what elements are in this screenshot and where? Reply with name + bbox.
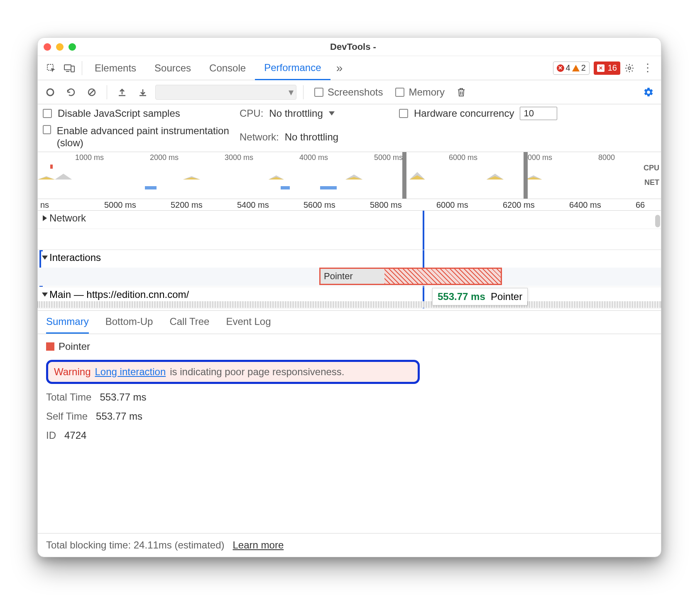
tab-event-log[interactable]: Event Log xyxy=(226,316,271,334)
timeline-overview[interactable]: 1000 ms 2000 ms 3000 ms 4000 ms 5000 ms … xyxy=(38,152,661,199)
overview-cpu-lane xyxy=(38,165,636,180)
window-title: DevTools - xyxy=(76,42,655,52)
inspect-icon[interactable] xyxy=(42,59,60,77)
record-icon[interactable] xyxy=(42,84,59,101)
overview-net-label: NET xyxy=(644,178,659,187)
svg-line-7 xyxy=(89,90,94,95)
more-tabs-icon[interactable]: » xyxy=(330,59,349,77)
device-toggle-icon[interactable] xyxy=(60,59,78,77)
hw-concurrency-label: Hardware concurrency xyxy=(414,108,514,119)
event-swatch xyxy=(46,342,54,351)
overview-cpu-label: CPU xyxy=(644,164,659,172)
interaction-event[interactable]: Pointer xyxy=(319,268,502,285)
tab-elements[interactable]: Elements xyxy=(86,57,145,80)
options-row-2: Enable advanced paint instrumentation (s… xyxy=(38,123,661,152)
separator xyxy=(82,61,82,75)
network-value[interactable]: No throttling xyxy=(285,131,338,143)
close-window-button[interactable] xyxy=(44,43,51,51)
capture-settings-icon[interactable] xyxy=(640,84,657,101)
warning-suffix: is indicating poor page responsiveness. xyxy=(170,366,344,378)
warning-icon xyxy=(572,65,580,71)
disable-js-checkbox[interactable] xyxy=(43,109,52,118)
tab-bottom-up[interactable]: Bottom-Up xyxy=(105,316,153,334)
warning-label: Warning xyxy=(54,366,91,378)
warning-callout: Warning Long interaction is indicating p… xyxy=(46,360,420,384)
tab-sources[interactable]: Sources xyxy=(145,57,200,80)
interaction-hatch xyxy=(384,269,501,284)
main-thread-tasks[interactable] xyxy=(38,301,661,308)
summary-panel: Pointer Warning Long interaction is indi… xyxy=(38,334,661,533)
track-network-label: Network xyxy=(49,212,86,224)
footer: Total blocking time: 24.11ms (estimated)… xyxy=(38,533,661,557)
errors-warnings-badge[interactable]: ✕ 4 2 xyxy=(553,61,590,75)
track-main[interactable]: Main — https://edition.cnn.com/ xyxy=(38,287,661,309)
learn-more-link[interactable]: Learn more xyxy=(233,539,284,551)
warning-count: 2 xyxy=(581,63,586,73)
chevron-down-icon[interactable] xyxy=(329,111,335,116)
disclose-icon[interactable] xyxy=(43,215,47,221)
tab-console[interactable]: Console xyxy=(200,57,255,80)
zoom-window-button[interactable] xyxy=(69,43,76,51)
total-time-key: Total Time xyxy=(46,391,91,403)
tab-performance[interactable]: Performance xyxy=(255,56,330,80)
devtools-window: DevTools - Elements Sources Console Perf… xyxy=(37,37,661,557)
hw-concurrency-input[interactable]: 10 xyxy=(520,107,557,120)
track-interactions[interactable]: Interactions Pointer xyxy=(38,250,661,287)
tooltip-time: 553.77 ms xyxy=(438,291,485,302)
traffic-lights xyxy=(44,43,76,51)
id-key: ID xyxy=(46,430,56,441)
tab-summary[interactable]: Summary xyxy=(46,316,89,334)
devtools-tabbar: Elements Sources Console Performance » ✕… xyxy=(38,56,661,80)
scrollbar-thumb[interactable] xyxy=(655,215,660,227)
overview-handle-right[interactable] xyxy=(524,152,528,199)
flame-tracks: Network Interactions Pointer Main — http… xyxy=(38,211,661,310)
memory-label: Memory xyxy=(409,86,445,98)
reload-record-icon[interactable] xyxy=(63,84,79,101)
download-icon[interactable] xyxy=(135,84,151,101)
trash-icon[interactable] xyxy=(453,84,470,101)
interaction-event-label: Pointer xyxy=(324,271,353,282)
summary-title: Pointer xyxy=(59,341,90,352)
paint-instrumentation-checkbox[interactable] xyxy=(43,125,51,134)
minimize-window-button[interactable] xyxy=(56,43,64,51)
disclose-icon[interactable] xyxy=(42,293,48,297)
settings-icon[interactable] xyxy=(620,59,639,77)
overview-ruler: 1000 ms 2000 ms 3000 ms 4000 ms 5000 ms … xyxy=(38,152,661,164)
more-menu-icon[interactable]: ⋮ xyxy=(639,59,657,77)
long-interaction-link[interactable]: Long interaction xyxy=(95,366,166,378)
screenshots-checkbox[interactable]: Screenshots xyxy=(314,86,383,98)
error-count: 4 xyxy=(566,63,570,73)
separator xyxy=(107,85,107,99)
cpu-label: CPU: xyxy=(240,108,263,119)
hw-concurrency-value: 10 xyxy=(524,108,534,119)
extension-error-icon: ✕ xyxy=(597,64,605,72)
tbt-text: Total blocking time: 24.11ms (estimated) xyxy=(46,539,225,551)
id-value: 4724 xyxy=(64,430,86,441)
screenshots-label: Screenshots xyxy=(328,86,383,98)
hw-concurrency-checkbox[interactable] xyxy=(399,109,408,118)
tab-call-tree[interactable]: Call Tree xyxy=(169,316,209,334)
disclose-icon[interactable] xyxy=(42,256,48,260)
track-spacer xyxy=(38,229,661,250)
svg-rect-3 xyxy=(71,66,74,72)
cpu-value[interactable]: No throttling xyxy=(269,108,323,119)
svg-point-4 xyxy=(628,67,631,69)
separator xyxy=(303,85,303,99)
detail-ruler[interactable]: ns 5000 ms 5200 ms 5400 ms 5600 ms 5800 … xyxy=(38,199,661,211)
track-network[interactable]: Network xyxy=(38,211,661,229)
self-time-value: 553.77 ms xyxy=(96,411,142,422)
extension-error-count: 16 xyxy=(608,63,617,73)
recording-select[interactable]: ▾ xyxy=(155,85,296,100)
disable-js-label: Disable JavaScript samples xyxy=(58,108,180,119)
issue-badges: ✕ 4 2 ✕ 16 xyxy=(553,61,621,75)
options-row-1: Disable JavaScript samples CPU: No throt… xyxy=(38,104,661,123)
tooltip-label: Pointer xyxy=(491,291,522,302)
clear-icon[interactable] xyxy=(83,84,100,101)
memory-checkbox[interactable]: Memory xyxy=(395,86,445,98)
overview-handle-left[interactable] xyxy=(402,152,406,199)
svg-rect-1 xyxy=(64,65,71,70)
self-time-key: Self Time xyxy=(46,411,88,422)
hover-tooltip: 553.77 ms Pointer xyxy=(432,288,528,305)
extension-errors-badge[interactable]: ✕ 16 xyxy=(594,61,620,75)
upload-icon[interactable] xyxy=(114,84,130,101)
